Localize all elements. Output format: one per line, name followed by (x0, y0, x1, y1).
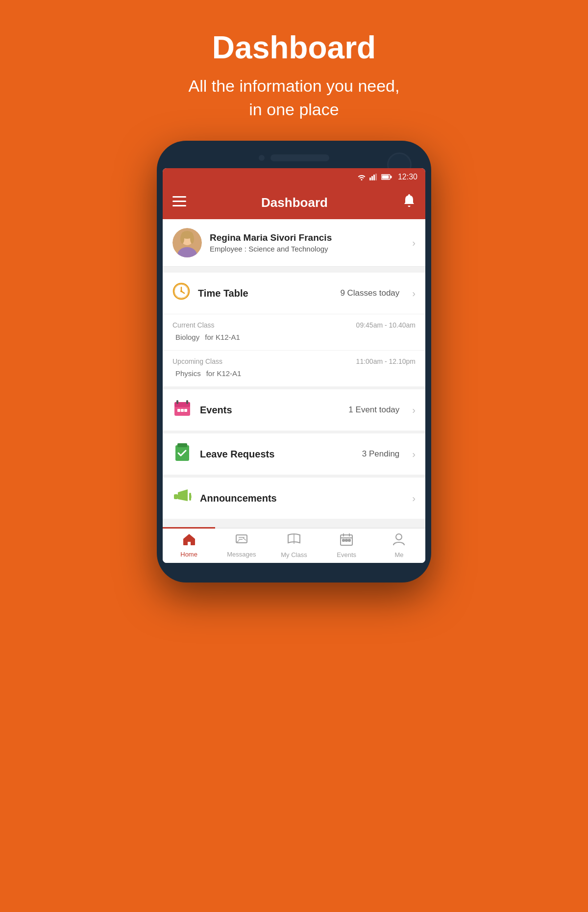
leave-icon (172, 443, 192, 465)
svg-rect-26 (177, 409, 180, 412)
svg-point-15 (180, 234, 184, 244)
phone-shell: 12:30 Dashboard (157, 141, 431, 583)
person-icon (393, 533, 405, 549)
avatar (172, 228, 202, 257)
nav-events[interactable]: Events (320, 529, 373, 563)
timetable-chevron-icon: › (412, 288, 416, 299)
status-time: 12:30 (398, 173, 417, 181)
chevron-right-icon: › (412, 237, 416, 249)
svg-rect-7 (172, 196, 186, 198)
svg-rect-43 (343, 539, 344, 541)
notification-bell-button[interactable] (403, 194, 416, 211)
upcoming-class-time: 11:00am - 12.10pm (356, 357, 416, 365)
hamburger-button[interactable] (172, 195, 186, 210)
profile-name: Regina Maria Sivori Francis (210, 232, 404, 243)
svg-rect-25 (186, 400, 188, 404)
page-subtitle: All the information you need, in one pla… (189, 75, 400, 121)
svg-rect-34 (189, 495, 192, 498)
current-class-name: Biology for K12-A1 (172, 332, 416, 342)
svg-point-46 (396, 534, 402, 540)
leave-chevron-icon: › (412, 449, 416, 460)
nav-home-label: Home (180, 551, 197, 558)
svg-rect-27 (181, 409, 184, 412)
svg-point-21 (180, 290, 182, 292)
nav-messages[interactable]: Messages (215, 529, 268, 563)
nav-events-label: Events (337, 551, 356, 558)
events-chevron-icon: › (412, 405, 416, 416)
upcoming-class-name: Physics for K12-A1 (172, 368, 416, 379)
svg-rect-3 (375, 174, 377, 180)
current-class-item: Current Class 09:45am - 10.40am Biology … (163, 314, 425, 350)
svg-rect-9 (172, 205, 186, 206)
svg-rect-8 (172, 201, 186, 202)
timetable-card[interactable]: Time Table 9 Classes today › Current Cla… (163, 273, 425, 386)
timetable-label: Time Table (198, 288, 332, 299)
nav-me-label: Me (394, 551, 403, 558)
status-bar: 12:30 (163, 168, 425, 186)
clock-icon (172, 282, 190, 304)
svg-rect-2 (373, 175, 375, 180)
timetable-header[interactable]: Time Table 9 Classes today › (163, 273, 425, 314)
messages-icon (235, 533, 248, 549)
nav-me[interactable]: Me (373, 529, 425, 563)
svg-rect-0 (369, 177, 371, 180)
announcements-card[interactable]: Announcements › (163, 478, 425, 519)
svg-rect-45 (348, 539, 350, 541)
profile-info: Regina Maria Sivori Francis Employee : S… (210, 232, 404, 253)
svg-rect-44 (345, 539, 347, 541)
leave-label: Leave Requests (200, 449, 354, 460)
announcements-label: Announcements (200, 493, 392, 504)
phone-speaker (270, 154, 329, 161)
current-class-type: Current Class (172, 321, 215, 329)
home-icon (183, 533, 196, 549)
svg-rect-24 (176, 400, 178, 404)
upcoming-class-type: Upcoming Class (172, 357, 222, 365)
svg-rect-6 (390, 176, 392, 178)
my-class-icon (287, 533, 301, 549)
timetable-count: 9 Classes today (340, 288, 399, 298)
leave-count: 3 Pending (362, 449, 400, 459)
announcements-chevron-icon: › (412, 493, 416, 504)
wifi-icon (357, 174, 367, 180)
events-count: 1 Event today (348, 405, 399, 415)
bottom-nav: Home Messages (163, 528, 425, 563)
profile-card[interactable]: Regina Maria Sivori Francis Employee : S… (163, 219, 425, 267)
content-area: Time Table 9 Classes today › Current Cla… (163, 267, 425, 528)
battery-icon (381, 174, 392, 180)
nav-events-icon (340, 533, 353, 549)
svg-point-16 (190, 234, 194, 244)
app-bar-title: Dashboard (261, 195, 328, 210)
svg-rect-30 (177, 443, 187, 447)
phone-bottom (163, 563, 425, 573)
svg-rect-28 (184, 409, 187, 412)
phone-top-bar (163, 151, 425, 168)
events-label: Events (200, 405, 341, 416)
profile-role: Employee : Science and Technology (210, 245, 404, 253)
svg-marker-32 (178, 489, 188, 501)
svg-rect-5 (382, 176, 389, 179)
leave-requests-card[interactable]: Leave Requests 3 Pending › (163, 433, 425, 475)
nav-home[interactable]: Home (163, 527, 215, 563)
phone-dot-left (259, 155, 265, 161)
announcements-icon (172, 487, 192, 509)
svg-rect-1 (371, 176, 373, 180)
calendar-icon (172, 399, 192, 421)
status-icons: 12:30 (357, 173, 417, 181)
upcoming-class-item: Upcoming Class 11:00am - 12.10pm Physics… (163, 350, 425, 386)
current-class-time: 09:45am - 10.40am (356, 321, 416, 329)
events-card[interactable]: Events 1 Event today › (163, 389, 425, 431)
app-bar: Dashboard (163, 186, 425, 219)
nav-my-class-label: My Class (281, 551, 307, 558)
page-header: Dashboard All the information you need, … (189, 0, 400, 141)
signal-icon (369, 174, 378, 180)
nav-my-class[interactable]: My Class (268, 529, 320, 563)
page-title: Dashboard (189, 29, 400, 66)
svg-rect-31 (174, 494, 178, 499)
phone-screen: 12:30 Dashboard (163, 168, 425, 563)
nav-messages-label: Messages (227, 551, 256, 558)
